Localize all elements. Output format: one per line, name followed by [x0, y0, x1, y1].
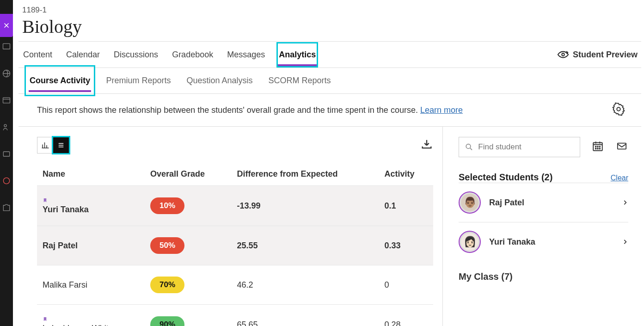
list-icon — [57, 141, 65, 149]
diff-value: -13.99 — [237, 201, 260, 210]
grade-pill: 10% — [150, 197, 184, 214]
svg-rect-16 — [618, 143, 626, 149]
activity-value: 0.1 — [385, 201, 396, 210]
calendar-icon — [591, 140, 604, 152]
gear-icon — [612, 102, 626, 116]
diff-value: 65.65 — [237, 320, 258, 326]
svg-point-8 — [466, 144, 471, 149]
main-tabs: Content Calendar Discussions Gradebook M… — [18, 41, 641, 68]
app-sidebar — [0, 0, 13, 326]
side-icon[interactable] — [1, 176, 12, 186]
col-activity[interactable]: Activity — [379, 165, 433, 186]
student-name: Malika Farsi — [43, 280, 87, 289]
my-class-title: My Class (7) — [459, 271, 628, 282]
activity-value: 0.28 — [385, 320, 401, 326]
selected-student-row[interactable]: 👩🏻 Yuri Tanaka — [459, 222, 628, 261]
tab-calendar[interactable]: Calendar — [65, 43, 101, 66]
search-input-wrap[interactable] — [459, 137, 580, 157]
col-name[interactable]: Name — [37, 165, 145, 186]
subtab-course-activity[interactable]: Course Activity — [29, 69, 91, 92]
selected-student-name: Raj Patel — [489, 198, 613, 208]
grade-pill: 70% — [150, 277, 184, 293]
chevron-right-icon — [622, 237, 628, 246]
svg-point-12 — [599, 146, 600, 147]
report-text: This report shows the relationship betwe… — [37, 105, 420, 115]
search-input[interactable] — [478, 142, 574, 152]
mail-icon — [615, 141, 628, 151]
table-row[interactable]: Yuri Tanaka 10% -13.99 0.1 — [37, 186, 433, 226]
svg-point-13 — [595, 148, 596, 149]
chart-icon — [41, 141, 49, 149]
tab-analytics[interactable]: Analytics — [278, 43, 317, 66]
student-preview-button[interactable]: Student Preview — [557, 49, 638, 60]
subtab-scorm-reports[interactable]: SCORM Reports — [268, 69, 332, 92]
avatar: 👨🏽 — [459, 191, 481, 214]
side-icon[interactable] — [1, 68, 12, 79]
subtab-premium-reports[interactable]: Premium Reports — [105, 69, 172, 92]
table-row[interactable]: Luke | Lucas White 90% 65.65 0.28 — [37, 305, 433, 326]
diff-value: 25.55 — [237, 241, 258, 250]
tab-gradebook[interactable]: Gradebook — [171, 43, 214, 66]
table-row[interactable]: Raj Patel 50% 25.55 0.33 — [37, 226, 433, 265]
clear-selection-link[interactable]: Clear — [611, 174, 628, 182]
students-table: Name Overall Grade Difference from Expec… — [37, 165, 433, 326]
svg-point-5 — [3, 178, 9, 184]
side-icon[interactable] — [1, 95, 12, 105]
selection-panel: Selected Students (2) Clear 👨🏽 Raj Patel… — [442, 127, 641, 326]
selected-student-name: Yuri Tanaka — [489, 237, 613, 247]
grade-pill: 50% — [150, 237, 184, 254]
selected-student-row[interactable]: 👨🏽 Raj Patel — [459, 183, 628, 222]
svg-point-15 — [599, 148, 600, 149]
student-name: Luke | Lucas White — [43, 324, 113, 326]
report-description-row: This report shows the relationship betwe… — [18, 94, 641, 127]
search-icon — [465, 142, 473, 152]
close-panel-button[interactable] — [0, 14, 13, 37]
avatar: 👩🏻 — [459, 231, 481, 253]
message-button[interactable] — [615, 141, 628, 153]
student-name: Raj Patel — [43, 241, 78, 250]
course-title: Biology — [22, 16, 634, 37]
svg-rect-2 — [3, 98, 10, 103]
svg-point-7 — [617, 107, 620, 111]
table-panel: Name Overall Grade Difference from Expec… — [37, 127, 442, 326]
svg-rect-0 — [3, 43, 10, 49]
course-code: 1189-1 — [22, 6, 634, 15]
side-icon[interactable] — [1, 122, 12, 132]
svg-point-10 — [595, 146, 596, 147]
download-button[interactable] — [420, 138, 433, 153]
svg-point-3 — [4, 124, 6, 127]
col-overall-grade[interactable]: Overall Grade — [145, 165, 231, 186]
learn-more-link[interactable]: Learn more — [420, 105, 463, 115]
course-header: 1189-1 Biology — [18, 0, 641, 41]
selected-students-title: Selected Students (2) — [459, 172, 552, 183]
svg-point-14 — [597, 148, 598, 149]
subtab-question-analysis[interactable]: Question Analysis — [185, 69, 253, 92]
bookmark-icon — [43, 316, 48, 322]
download-icon — [420, 138, 433, 151]
activity-value: 0 — [385, 280, 389, 289]
side-icon[interactable] — [1, 149, 12, 159]
settings-button[interactable] — [612, 102, 626, 118]
chart-view-button[interactable] — [37, 137, 53, 153]
student-preview-label: Student Preview — [573, 50, 638, 60]
tab-messages[interactable]: Messages — [226, 43, 266, 66]
preview-icon — [557, 49, 569, 60]
svg-point-11 — [597, 146, 598, 147]
grade-pill: 90% — [150, 316, 184, 326]
side-icon[interactable] — [1, 203, 12, 213]
svg-point-6 — [562, 53, 564, 56]
analytics-subtabs: Course Activity Premium Reports Question… — [18, 68, 641, 94]
bookmark-icon — [43, 197, 48, 203]
svg-rect-4 — [3, 152, 9, 156]
table-row[interactable]: Malika Farsi 70% 46.2 0 — [37, 265, 433, 305]
tab-discussions[interactable]: Discussions — [113, 43, 159, 66]
tab-content[interactable]: Content — [22, 43, 53, 66]
chevron-right-icon — [622, 198, 628, 207]
diff-value: 46.2 — [237, 280, 253, 289]
col-diff-expected[interactable]: Difference from Expected — [231, 165, 379, 186]
list-view-button[interactable] — [53, 137, 69, 153]
side-icon[interactable] — [1, 42, 12, 52]
calendar-button[interactable] — [591, 140, 604, 154]
student-name: Yuri Tanaka — [43, 205, 89, 214]
report-description: This report shows the relationship betwe… — [37, 105, 463, 115]
